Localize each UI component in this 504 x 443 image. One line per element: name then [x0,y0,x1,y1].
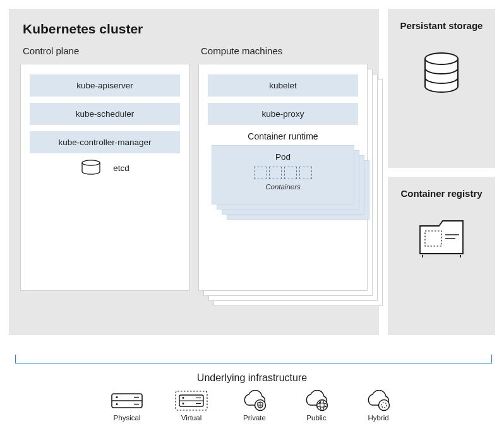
infra-bracket [15,355,492,363]
containers-row [212,167,354,179]
database-small-icon [80,160,102,176]
persistent-storage-card: Persistant storage [388,9,495,168]
cluster-title: Kubernetes cluster [23,21,368,37]
infra-item-private: Private [239,390,270,422]
infra-item-public: Public [301,390,332,422]
server-icon [110,390,144,411]
virtual-server-icon [174,390,208,411]
svg-point-26 [319,401,320,403]
infra-item-virtual: Virtual [174,390,208,422]
etcd-label: etcd [113,163,129,173]
infra-label: Public [306,414,326,422]
kubernetes-cluster-panel: Kubernetes cluster Control plane kube-ap… [9,9,379,335]
compute-card-stack: kubelet kube-proxy Container runtime Pod [198,64,368,319]
component-kubelet: kubelet [208,74,358,97]
right-column: Persistant storage Container registry [388,9,495,335]
cloud-hybrid-icon [363,390,394,411]
svg-point-16 [183,397,184,399]
container-registry-title: Container registry [400,188,482,200]
pod-label: Pod [212,152,354,162]
container-runtime-label: Container runtime [208,131,358,141]
component-kube-proxy: kube-proxy [208,103,358,125]
diagram-root: Kubernetes cluster Control plane kube-ap… [9,9,495,335]
control-plane-label: Control plane [23,45,189,56]
pod-card: Pod Containers [212,145,354,204]
component-kube-apiserver: kube-apiserver [30,74,180,97]
registry-icon [417,218,465,259]
container-square [284,167,297,179]
infra-label: Physical [114,414,141,422]
container-square [254,167,267,179]
infra-row: Physical Virtual Private [0,390,504,422]
cloud-globe-icon [301,390,332,411]
database-icon [419,51,464,95]
compute-machines-column: Compute machines kubelet kube-proxy Cont… [198,45,368,319]
svg-point-28 [379,400,390,411]
component-kube-controller-manager: kube-controller-manager [30,131,180,153]
infra-label: Virtual [181,414,201,422]
compute-machines-label: Compute machines [201,45,368,56]
container-registry-card: Container registry [388,177,495,336]
control-plane-card: kube-apiserver kube-scheduler kube-contr… [20,64,189,291]
svg-point-23 [317,400,328,411]
container-square [299,167,312,179]
top-row: Kubernetes cluster Control plane kube-ap… [9,9,495,335]
svg-point-17 [183,403,184,405]
svg-point-27 [325,406,326,407]
containers-label: Containers [212,183,354,191]
infra-item-hybrid: Hybrid [363,390,394,422]
pod-stack: Pod Containers [212,145,354,221]
infra-label: Private [243,414,266,422]
cloud-shield-icon [239,390,270,411]
svg-point-10 [116,403,117,405]
etcd-row: etcd [30,160,180,176]
svg-point-9 [116,396,117,398]
infra-title: Underlying infrastructure [0,372,504,384]
container-square [269,167,282,179]
persistent-storage-title: Persistant storage [400,20,483,32]
control-plane-column: Control plane kube-apiserver kube-schedu… [20,45,189,319]
infra-item-physical: Physical [110,390,144,422]
component-kube-scheduler: kube-scheduler [30,103,180,125]
compute-card: kubelet kube-proxy Container runtime Pod [198,64,368,291]
planes-row: Control plane kube-apiserver kube-schedu… [20,45,368,319]
infra-label: Hybrid [368,414,388,422]
